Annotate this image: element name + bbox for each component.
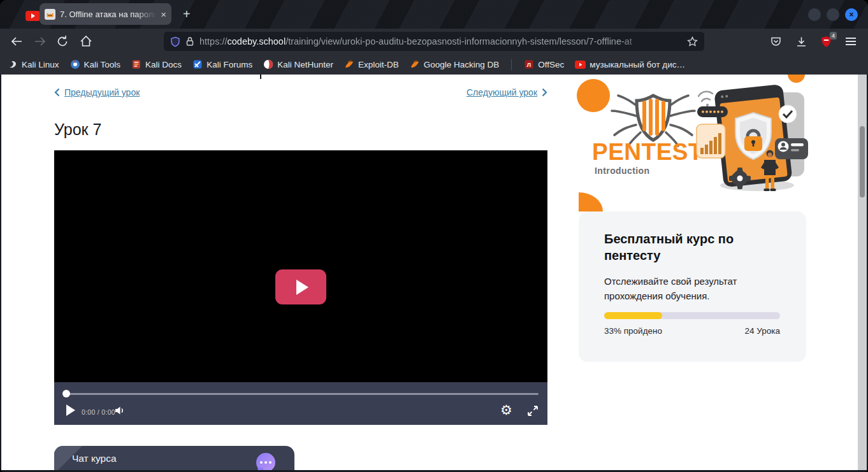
url-path: /training/view/uroki-po-auditu-bezopasno…: [286, 36, 632, 46]
clipped-heading-fragment: [260, 75, 261, 79]
video-player: 0:00 / 0:00 ⚙: [54, 150, 547, 425]
download-icon[interactable]: [795, 36, 807, 48]
page-content: Предыдущий урок Следующий урок Урок 7: [1, 75, 867, 470]
bookmark-offsec[interactable]: Л OffSec: [524, 59, 564, 69]
chat-title: Чат курса: [72, 453, 117, 464]
kali-docs-icon: [131, 59, 141, 69]
play-icon: [296, 280, 308, 295]
pocket-icon[interactable]: [770, 36, 782, 48]
bookmarks-bar: Kali Linux Kali Tools Kali Docs Kali For…: [0, 54, 868, 75]
tracking-protection-shield-icon[interactable]: [170, 36, 180, 47]
banner-orange-quarter: [579, 192, 603, 211]
close-button[interactable]: ×: [845, 8, 858, 21]
tab-bar: 7. Offline атака на пароли × + ×: [0, 0, 868, 29]
time-display: 0:00 / 0:00: [82, 408, 115, 416]
codeby-favicon-icon: [45, 9, 55, 20]
pinned-tab-youtube[interactable]: [25, 11, 40, 21]
active-tab[interactable]: 7. Offline атака на пароли ×: [40, 3, 171, 25]
bookmark-kali-nethunter[interactable]: Kali NetHunter: [263, 59, 333, 69]
chat-bubble-icon[interactable]: [256, 453, 275, 470]
lesson-navigation: Предыдущий урок Следующий урок: [54, 87, 547, 97]
progress-labels: 33% пройдено 24 Урока: [604, 326, 780, 336]
maximize-button[interactable]: [827, 8, 839, 21]
fullscreen-icon[interactable]: [527, 405, 539, 417]
kali-tools-icon: [70, 59, 80, 69]
scrollbar-track[interactable]: [858, 75, 867, 470]
forward-button[interactable]: [33, 34, 47, 48]
kali-dragon-icon: [8, 59, 18, 69]
offsec-icon: Л: [524, 59, 534, 69]
lock-icon: [185, 36, 194, 46]
bookmark-google-hacking-db[interactable]: Google Hacking DB: [410, 59, 500, 69]
course-progress-bar: [604, 312, 780, 319]
bookmark-music-bot[interactable]: музыкальный бот дис…: [575, 60, 685, 69]
tab-close-icon[interactable]: ×: [161, 10, 166, 19]
seek-handle[interactable]: [62, 390, 70, 397]
prev-lesson-link[interactable]: Предыдущий урок: [54, 87, 140, 97]
bookmark-kali-linux[interactable]: Kali Linux: [8, 59, 59, 69]
kali-forums-icon: [192, 59, 203, 69]
url-bar[interactable]: https://codeby.school/training/view/urok…: [164, 32, 704, 51]
play-button[interactable]: [66, 404, 75, 416]
chevron-right-icon: [542, 88, 547, 97]
url-scheme: https://: [199, 36, 228, 46]
url-domain: codeby.school: [228, 36, 286, 46]
screenshot-root: 7. Offline атака на пароли × + ×: [0, 0, 868, 472]
toolbar-right-icons: 4: [770, 29, 868, 54]
google-hacking-db-wasp-icon: [410, 59, 420, 69]
seek-bar[interactable]: [66, 393, 539, 395]
video-area[interactable]: [54, 150, 547, 382]
lesson-title: Урок 7: [54, 120, 101, 139]
lessons-count-label: 24 Урока: [745, 326, 780, 336]
course-chat-widget[interactable]: Чат курса: [54, 446, 294, 470]
minimize-button[interactable]: [808, 8, 821, 21]
youtube-icon: [575, 61, 586, 69]
bookmark-star-icon[interactable]: [687, 36, 698, 47]
course-progress-card: Бесплатный курс по пентесту Отслеживайте…: [579, 211, 806, 362]
course-card-title: Бесплатный курс по пентесту: [604, 231, 786, 264]
bookmark-exploit-db[interactable]: Exploit-DB: [344, 59, 399, 69]
ublock-extension-icon[interactable]: 4: [821, 36, 832, 48]
new-tab-button[interactable]: +: [183, 6, 191, 22]
extension-badge: 4: [830, 32, 837, 39]
bookmark-kali-tools[interactable]: Kali Tools: [70, 59, 121, 69]
home-button[interactable]: [79, 34, 93, 48]
menu-hamburger-icon[interactable]: [845, 37, 857, 46]
chevron-left-icon: [54, 88, 60, 97]
security-illustration: [693, 76, 809, 198]
exploit-db-wasp-icon: [344, 59, 354, 69]
volume-icon[interactable]: [114, 405, 125, 416]
youtube-icon: [31, 13, 35, 18]
nav-toolbar: https://codeby.school/training/view/urok…: [0, 29, 868, 54]
firefox-window: 7. Offline атака на пароли × + ×: [0, 0, 868, 472]
progress-percent-label: 33% пройдено: [604, 326, 662, 336]
progress-fill: [604, 312, 662, 319]
bookmark-kali-forums[interactable]: Kali Forums: [192, 59, 252, 69]
next-lesson-link[interactable]: Следующий урок: [467, 87, 547, 97]
scrollbar-thumb[interactable]: [860, 126, 865, 197]
back-button[interactable]: [10, 34, 24, 48]
bookmark-kali-docs[interactable]: Kali Docs: [131, 59, 182, 69]
brand-subtitle: Introduction: [595, 166, 649, 176]
svg-text:Л: Л: [527, 62, 531, 68]
bookmarks-separator: [511, 59, 512, 70]
brand-name: PENTEST: [592, 139, 703, 166]
course-card-description: Отслеживайте свой результат прохождения …: [604, 274, 786, 303]
tab-title: 7. Offline атака на пароли: [60, 10, 156, 19]
player-controls-bar: 0:00 / 0:00 ⚙: [54, 382, 547, 425]
settings-gear-icon[interactable]: ⚙: [500, 403, 512, 417]
window-controls: ×: [808, 8, 858, 21]
big-play-button[interactable]: [275, 269, 326, 304]
url-text: https://codeby.school/training/view/urok…: [199, 36, 653, 46]
reload-button[interactable]: [55, 34, 69, 48]
kali-nethunter-icon: [263, 59, 273, 69]
